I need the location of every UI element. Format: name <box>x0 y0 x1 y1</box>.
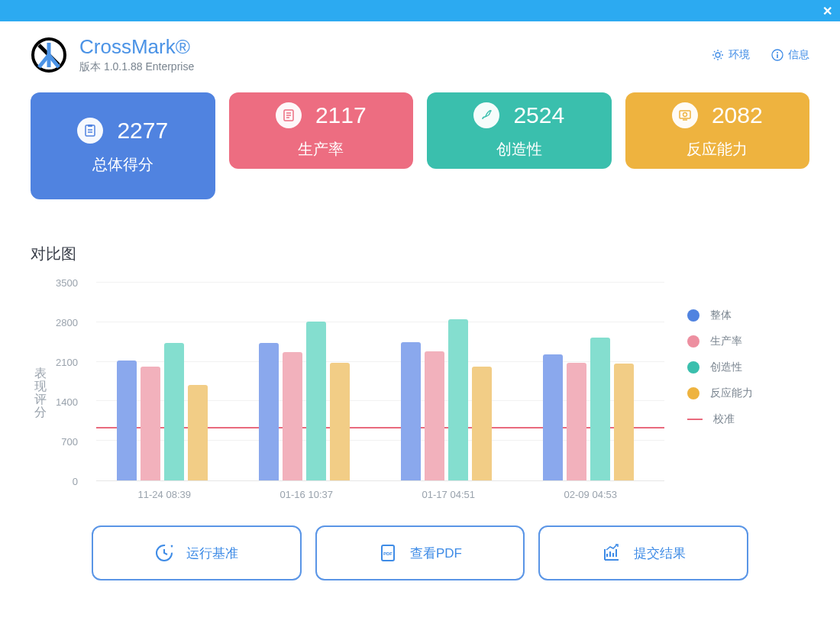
card-creativity: 2524 创造性 <box>427 92 612 169</box>
x-tick: 01-16 10:37 <box>280 489 333 500</box>
svg-point-9 <box>683 112 687 116</box>
app-window: ✕ CrossMark® 版本 1.0.1.88 Enterprise 环境 <box>0 0 840 637</box>
y-axis-label: 表现评分 <box>34 367 47 419</box>
chart-up-icon <box>602 543 622 563</box>
bar-overall <box>117 361 137 480</box>
y-tick: 700 <box>61 436 84 448</box>
bar-creativity <box>590 338 610 480</box>
svg-rect-5 <box>86 125 95 136</box>
logo-wrap: CrossMark® 版本 1.0.1.88 Enterprise <box>31 35 194 74</box>
submit-results-button[interactable]: 提交结果 <box>538 525 748 580</box>
y-ticks: 35002800210014007000 <box>50 283 90 481</box>
pdf-icon: PDF <box>378 543 398 563</box>
y-tick: 3500 <box>56 277 84 289</box>
bar-group <box>543 338 634 480</box>
bar-responsiveness <box>472 367 492 480</box>
chart-wrap: 表现评分 35002800210014007000 11-24 08:3901-… <box>31 283 809 504</box>
info-link[interactable]: 信息 <box>771 48 809 62</box>
svg-rect-8 <box>680 111 690 118</box>
dot-icon <box>687 387 699 399</box>
dot-icon <box>687 335 699 348</box>
y-tick: 0 <box>73 476 84 487</box>
svg-text:PDF: PDF <box>383 551 393 556</box>
legend-creativity: 创造性 <box>687 361 809 374</box>
x-ticks: 11-24 08:3901-16 10:3701-17 04:5102-09 0… <box>96 484 664 504</box>
grid-line <box>96 282 664 283</box>
grid-line <box>96 322 664 322</box>
run-benchmark-button[interactable]: 运行基准 <box>92 525 302 580</box>
close-icon[interactable]: ✕ <box>822 4 832 18</box>
svg-point-3 <box>777 52 778 53</box>
action-buttons: 运行基准 PDF 查看PDF 提交结果 <box>31 525 809 580</box>
bar-group <box>259 322 350 480</box>
clock-run-icon <box>154 543 174 563</box>
plot-area <box>96 283 664 481</box>
legend: 整体 生产率 创造性 反应能力 校准 <box>664 283 809 504</box>
info-icon <box>771 49 783 61</box>
bar-responsiveness <box>330 363 350 481</box>
pdf-button-label: 查看PDF <box>410 545 462 562</box>
bar-overall <box>543 354 563 480</box>
brush-icon <box>473 102 499 128</box>
y-tick: 1400 <box>56 396 84 408</box>
responsiveness-label: 反应能力 <box>687 139 748 160</box>
svg-point-1 <box>716 53 720 57</box>
section-title: 对比图 <box>31 244 809 264</box>
header-actions: 环境 信息 <box>712 48 809 62</box>
clipboard-icon <box>77 118 103 144</box>
bar-responsiveness <box>188 385 208 480</box>
header: CrossMark® 版本 1.0.1.88 Enterprise 环境 信息 <box>31 21 809 88</box>
svg-rect-6 <box>88 124 92 127</box>
svg-rect-4 <box>777 54 778 58</box>
env-link-label: 环境 <box>729 48 750 62</box>
bar-creativity <box>306 322 326 480</box>
score-cards: 2277 总体得分 2117 生产率 2524 <box>31 92 809 199</box>
dot-icon <box>687 309 699 322</box>
bar-overall <box>259 343 279 480</box>
gear-icon <box>712 49 724 61</box>
card-overall: 2277 总体得分 <box>31 92 215 199</box>
responsiveness-value: 2082 <box>712 102 763 128</box>
y-tick: 2100 <box>56 357 84 368</box>
bar-overall <box>401 342 421 480</box>
view-pdf-button[interactable]: PDF 查看PDF <box>315 525 525 580</box>
app-title: CrossMark® <box>79 35 194 59</box>
legend-responsiveness: 反应能力 <box>687 386 809 400</box>
run-button-label: 运行基准 <box>186 545 238 562</box>
bar-creativity <box>448 319 468 480</box>
app-version: 版本 1.0.1.88 Enterprise <box>79 60 194 74</box>
chart-area: 35002800210014007000 11-24 08:3901-16 10… <box>50 283 664 504</box>
bar-group <box>401 319 492 480</box>
card-productivity: 2117 生产率 <box>229 92 414 169</box>
x-tick: 01-17 04:51 <box>422 489 475 500</box>
bar-responsiveness <box>614 364 634 480</box>
bar-productivity <box>141 367 160 480</box>
x-tick: 11-24 08:39 <box>138 489 191 500</box>
monitor-icon <box>672 102 698 128</box>
creativity-label: 创造性 <box>496 139 542 160</box>
overall-value: 2277 <box>117 118 168 144</box>
document-icon <box>276 102 302 128</box>
app-logo-icon <box>31 37 67 73</box>
bar-group <box>117 343 208 480</box>
bar-productivity <box>283 352 302 480</box>
titlebar: ✕ <box>0 0 840 21</box>
productivity-value: 2117 <box>315 102 367 128</box>
card-responsiveness: 2082 反应能力 <box>625 92 810 169</box>
bar-productivity <box>567 363 586 481</box>
dot-icon <box>687 361 699 373</box>
bar-creativity <box>164 343 184 480</box>
submit-button-label: 提交结果 <box>634 545 686 562</box>
overall-label: 总体得分 <box>92 154 153 175</box>
content-area: CrossMark® 版本 1.0.1.88 Enterprise 环境 信息 <box>0 21 840 637</box>
legend-overall: 整体 <box>687 309 809 322</box>
line-icon <box>687 419 703 420</box>
y-tick: 2800 <box>56 317 84 328</box>
bar-productivity <box>425 351 444 480</box>
legend-productivity: 生产率 <box>687 335 809 348</box>
legend-calibration: 校准 <box>687 412 809 426</box>
info-link-label: 信息 <box>788 48 809 62</box>
creativity-value: 2524 <box>513 102 564 128</box>
env-link[interactable]: 环境 <box>712 48 750 62</box>
productivity-label: 生产率 <box>298 139 344 160</box>
